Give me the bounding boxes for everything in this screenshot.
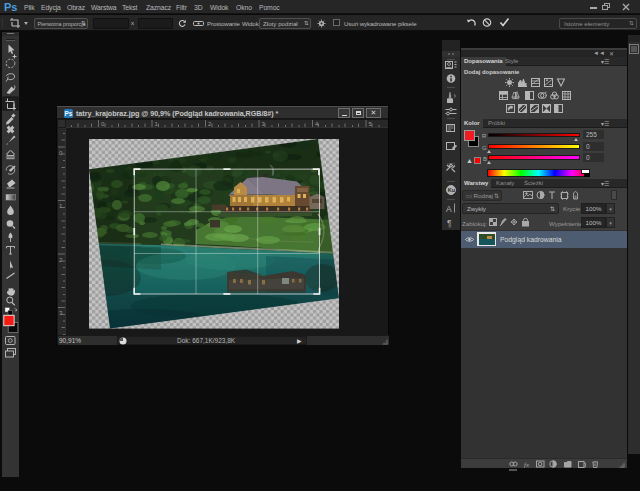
svg-text:A: A <box>446 204 452 214</box>
svg-text:¶: ¶ <box>447 218 452 228</box>
svg-text:fx: fx <box>524 461 530 469</box>
svg-text:Ku: Ku <box>448 187 455 193</box>
